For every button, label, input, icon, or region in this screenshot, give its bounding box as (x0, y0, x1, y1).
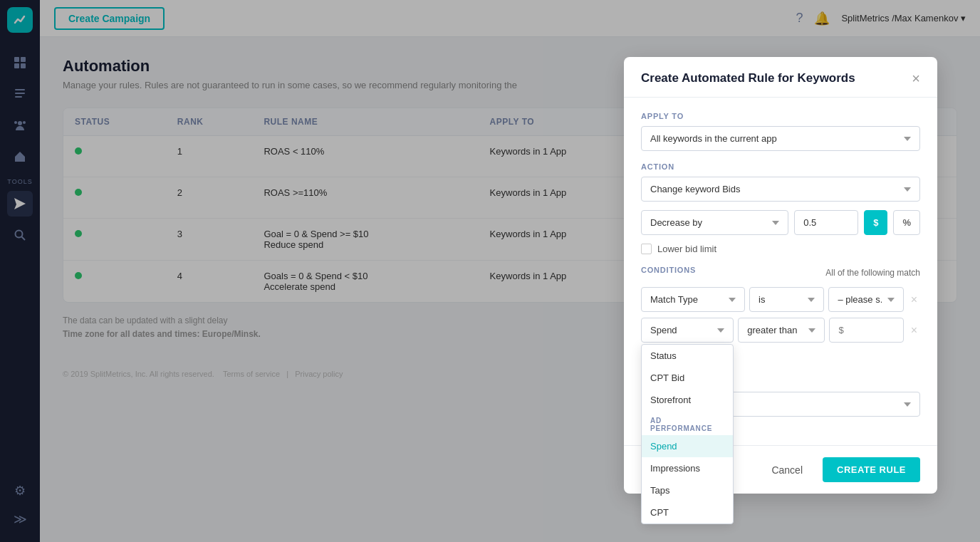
cond1-val-select[interactable]: – please s... (828, 287, 903, 312)
condition-row-2: Spend Status CPT Bid Storefront AD PERFO… (641, 318, 920, 343)
ad-performance-label: AD PERFORMANCE (642, 411, 733, 435)
cond2-field-dropdown: Spend Status CPT Bid Storefront AD PERFO… (641, 318, 734, 343)
conditions-section: CONDITIONS All of the following match Ma… (641, 266, 920, 343)
modal-title: Create Automated Rule for Keywords (641, 71, 855, 85)
modal-body: APPLY TO All keywords in the current app… (624, 98, 937, 445)
dropdown-item-taps[interactable]: Taps (642, 479, 733, 501)
lower-bid-label: Lower bid limit (657, 244, 716, 254)
cond2-field-select[interactable]: Spend (641, 318, 734, 343)
cond2-val-input[interactable] (829, 318, 903, 343)
percent-unit-button[interactable]: % (893, 210, 920, 235)
cond1-field-select[interactable]: Match Type (641, 287, 745, 312)
dollar-unit-button[interactable]: $ (864, 210, 887, 235)
action-label: ACTION (641, 162, 920, 171)
cond2-op-select[interactable]: greater than is less than (738, 318, 825, 343)
conditions-header: CONDITIONS All of the following match (641, 266, 920, 280)
conditions-match-all: All of the following match (825, 268, 920, 278)
cancel-button[interactable]: Cancel (760, 459, 814, 481)
dropdown-item-status[interactable]: Status (642, 345, 733, 367)
decrease-by-select[interactable]: Decrease by Increase by Set to (641, 210, 788, 235)
condition-row-1: Match Type is is not greater than – plea… (641, 287, 920, 312)
apply-to-section: APPLY TO All keywords in the current app… (641, 112, 920, 151)
create-rule-button[interactable]: CREATE RULE (823, 457, 920, 482)
modal-close-button[interactable]: × (912, 71, 920, 85)
cond2-dropdown-list: Status CPT Bid Storefront AD PERFORMANCE… (641, 344, 734, 524)
apply-to-select[interactable]: All keywords in the current app Selected… (641, 126, 920, 151)
dropdown-item-impressions[interactable]: Impressions (642, 457, 733, 479)
cond1-op-select[interactable]: is is not greater than (749, 287, 824, 312)
action-value-row: Decrease by Increase by Set to $ % (641, 210, 920, 235)
lower-bid-row: Lower bid limit (641, 244, 920, 254)
action-select[interactable]: Change keyword Bids Pause keyword Enable… (641, 177, 920, 202)
cond1-remove-button[interactable]: × (908, 293, 920, 306)
conditions-label: CONDITIONS (641, 266, 696, 274)
lower-bid-checkbox[interactable] (641, 244, 652, 254)
dropdown-item-cpt[interactable]: CPT (642, 501, 733, 523)
cond2-remove-button[interactable]: × (908, 324, 920, 337)
modal-header: Create Automated Rule for Keywords × (624, 57, 937, 98)
dropdown-item-spend[interactable]: Spend (642, 435, 733, 457)
create-rule-modal: Create Automated Rule for Keywords × APP… (624, 57, 937, 494)
bid-value-input[interactable] (794, 210, 858, 235)
dropdown-item-cpt-bid[interactable]: CPT Bid (642, 367, 733, 389)
action-section: ACTION Change keyword Bids Pause keyword… (641, 162, 920, 254)
dropdown-item-storefront[interactable]: Storefront (642, 389, 733, 411)
apply-to-label: APPLY TO (641, 112, 920, 120)
